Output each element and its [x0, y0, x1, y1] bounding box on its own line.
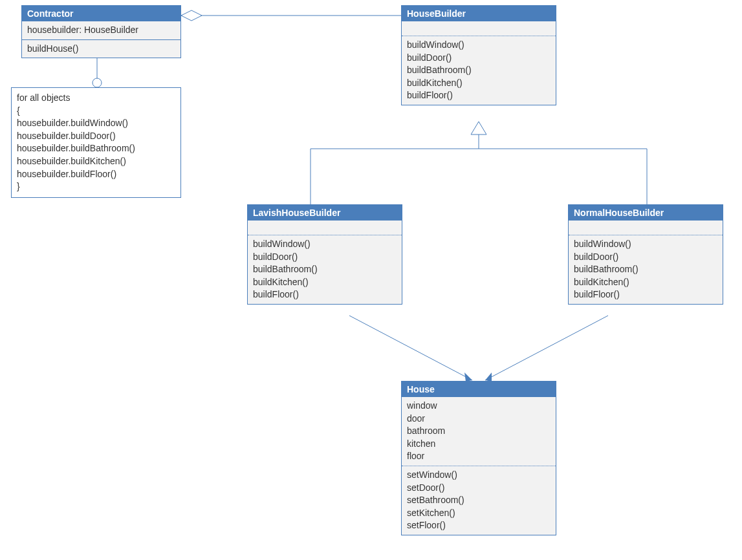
method: buildFloor() — [574, 288, 717, 301]
methods-section: buildWindow() buildDoor() buildBathroom(… — [248, 235, 402, 304]
attributes-section: window door bathroom kitchen floor — [402, 397, 556, 466]
svg-line-11 — [485, 316, 608, 380]
methods-section: buildWindow() buildDoor() buildBathroom(… — [402, 36, 556, 105]
attribute: door — [407, 413, 551, 425]
method: buildKitchen() — [574, 276, 717, 289]
svg-line-10 — [349, 316, 472, 380]
class-title: HouseBuilder — [402, 6, 556, 21]
note-line: { — [17, 105, 175, 118]
attributes-section: housebuilder: HouseBuilder — [22, 21, 180, 39]
method: setKitchen() — [407, 507, 551, 520]
method: buildBathroom() — [574, 263, 717, 276]
attributes-section — [569, 221, 723, 235]
class-title: House — [402, 382, 556, 397]
method: setBathroom() — [407, 494, 551, 507]
class-title: Contractor — [22, 6, 180, 21]
method: buildDoor() — [574, 251, 717, 264]
class-title: LavishHouseBuilder — [248, 205, 402, 221]
method: buildWindow() — [574, 238, 717, 251]
methods-section: setWindow() setDoor() setBathroom() setK… — [402, 466, 556, 535]
note-line: } — [17, 180, 175, 193]
note-line: housebuilder.buildDoor() — [17, 130, 175, 143]
attribute: window — [407, 400, 551, 413]
class-title: NormalHouseBuilder — [569, 205, 723, 221]
method: setDoor() — [407, 482, 551, 495]
method: buildKitchen() — [253, 276, 397, 289]
attributes-section — [402, 21, 556, 36]
class-contractor: Contractor housebuilder: HouseBuilder bu… — [21, 5, 181, 58]
method: buildBathroom() — [253, 263, 397, 276]
method: setFloor() — [407, 519, 551, 532]
class-house: House window door bathroom kitchen floor… — [401, 381, 556, 535]
methods-section: buildHouse() — [22, 39, 180, 58]
svg-marker-1 — [181, 10, 202, 21]
note-line: housebuilder.buildWindow() — [17, 117, 175, 130]
note-line: housebuilder.buildBathroom() — [17, 142, 175, 155]
note-line: for all objects — [17, 92, 175, 105]
method: buildDoor() — [407, 52, 551, 65]
class-housebuilder: HouseBuilder buildWindow() buildDoor() b… — [401, 5, 556, 105]
method: buildBathroom() — [407, 64, 551, 77]
attribute: housebuilder: HouseBuilder — [27, 24, 175, 37]
method: buildFloor() — [253, 288, 397, 301]
method: buildWindow() — [253, 238, 397, 251]
attribute: kitchen — [407, 438, 551, 451]
method: buildDoor() — [253, 251, 397, 264]
note-buildhouse: for all objects { housebuilder.buildWind… — [11, 87, 181, 198]
svg-marker-5 — [471, 122, 486, 135]
svg-point-3 — [93, 78, 102, 87]
attribute: bathroom — [407, 425, 551, 438]
method: setWindow() — [407, 469, 551, 482]
note-line: housebuilder.buildFloor() — [17, 168, 175, 181]
class-lavishhousebuilder: LavishHouseBuilder buildWindow() buildDo… — [247, 204, 402, 305]
method: buildHouse() — [27, 43, 175, 56]
attributes-section — [248, 221, 402, 235]
method: buildKitchen() — [407, 77, 551, 90]
method: buildFloor() — [407, 89, 551, 102]
methods-section: buildWindow() buildDoor() buildBathroom(… — [569, 235, 723, 304]
svg-marker-12 — [464, 372, 472, 382]
note-line: housebuilder.buildKitchen() — [17, 155, 175, 168]
attribute: floor — [407, 450, 551, 463]
svg-marker-13 — [485, 372, 492, 382]
class-normalhousebuilder: NormalHouseBuilder buildWindow() buildDo… — [568, 204, 723, 305]
method: buildWindow() — [407, 39, 551, 52]
